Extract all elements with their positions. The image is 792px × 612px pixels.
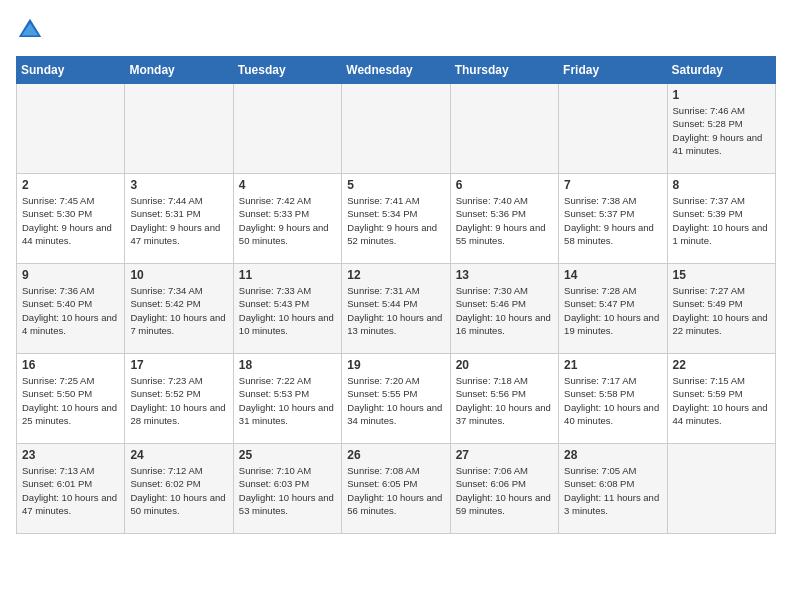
calendar-cell: 10Sunrise: 7:34 AM Sunset: 5:42 PM Dayli… bbox=[125, 264, 233, 354]
day-number: 2 bbox=[22, 178, 119, 192]
calendar-cell: 18Sunrise: 7:22 AM Sunset: 5:53 PM Dayli… bbox=[233, 354, 341, 444]
calendar-cell: 15Sunrise: 7:27 AM Sunset: 5:49 PM Dayli… bbox=[667, 264, 775, 354]
day-number: 24 bbox=[130, 448, 227, 462]
day-number: 25 bbox=[239, 448, 336, 462]
calendar-cell bbox=[17, 84, 125, 174]
day-number: 17 bbox=[130, 358, 227, 372]
day-number: 8 bbox=[673, 178, 770, 192]
day-info: Sunrise: 7:37 AM Sunset: 5:39 PM Dayligh… bbox=[673, 194, 770, 247]
day-info: Sunrise: 7:33 AM Sunset: 5:43 PM Dayligh… bbox=[239, 284, 336, 337]
calendar-cell: 23Sunrise: 7:13 AM Sunset: 6:01 PM Dayli… bbox=[17, 444, 125, 534]
day-number: 12 bbox=[347, 268, 444, 282]
page-header bbox=[16, 16, 776, 44]
day-info: Sunrise: 7:31 AM Sunset: 5:44 PM Dayligh… bbox=[347, 284, 444, 337]
logo bbox=[16, 16, 48, 44]
day-number: 11 bbox=[239, 268, 336, 282]
logo-icon bbox=[16, 16, 44, 44]
calendar-cell bbox=[233, 84, 341, 174]
day-number: 18 bbox=[239, 358, 336, 372]
calendar-cell: 20Sunrise: 7:18 AM Sunset: 5:56 PM Dayli… bbox=[450, 354, 558, 444]
day-number: 27 bbox=[456, 448, 553, 462]
calendar-cell: 19Sunrise: 7:20 AM Sunset: 5:55 PM Dayli… bbox=[342, 354, 450, 444]
day-info: Sunrise: 7:13 AM Sunset: 6:01 PM Dayligh… bbox=[22, 464, 119, 517]
day-number: 19 bbox=[347, 358, 444, 372]
calendar-cell: 5Sunrise: 7:41 AM Sunset: 5:34 PM Daylig… bbox=[342, 174, 450, 264]
day-info: Sunrise: 7:05 AM Sunset: 6:08 PM Dayligh… bbox=[564, 464, 661, 517]
day-info: Sunrise: 7:23 AM Sunset: 5:52 PM Dayligh… bbox=[130, 374, 227, 427]
calendar-cell: 14Sunrise: 7:28 AM Sunset: 5:47 PM Dayli… bbox=[559, 264, 667, 354]
calendar-cell: 1Sunrise: 7:46 AM Sunset: 5:28 PM Daylig… bbox=[667, 84, 775, 174]
calendar-cell: 12Sunrise: 7:31 AM Sunset: 5:44 PM Dayli… bbox=[342, 264, 450, 354]
day-number: 20 bbox=[456, 358, 553, 372]
calendar-cell: 3Sunrise: 7:44 AM Sunset: 5:31 PM Daylig… bbox=[125, 174, 233, 264]
day-info: Sunrise: 7:10 AM Sunset: 6:03 PM Dayligh… bbox=[239, 464, 336, 517]
week-row-1: 2Sunrise: 7:45 AM Sunset: 5:30 PM Daylig… bbox=[17, 174, 776, 264]
weekday-header-sunday: Sunday bbox=[17, 57, 125, 84]
day-number: 13 bbox=[456, 268, 553, 282]
week-row-4: 23Sunrise: 7:13 AM Sunset: 6:01 PM Dayli… bbox=[17, 444, 776, 534]
weekday-header-row: SundayMondayTuesdayWednesdayThursdayFrid… bbox=[17, 57, 776, 84]
calendar-cell: 11Sunrise: 7:33 AM Sunset: 5:43 PM Dayli… bbox=[233, 264, 341, 354]
day-number: 22 bbox=[673, 358, 770, 372]
week-row-0: 1Sunrise: 7:46 AM Sunset: 5:28 PM Daylig… bbox=[17, 84, 776, 174]
day-number: 1 bbox=[673, 88, 770, 102]
day-info: Sunrise: 7:34 AM Sunset: 5:42 PM Dayligh… bbox=[130, 284, 227, 337]
day-info: Sunrise: 7:17 AM Sunset: 5:58 PM Dayligh… bbox=[564, 374, 661, 427]
calendar-cell bbox=[342, 84, 450, 174]
calendar-cell bbox=[559, 84, 667, 174]
day-number: 7 bbox=[564, 178, 661, 192]
day-number: 4 bbox=[239, 178, 336, 192]
day-info: Sunrise: 7:46 AM Sunset: 5:28 PM Dayligh… bbox=[673, 104, 770, 157]
calendar-cell: 6Sunrise: 7:40 AM Sunset: 5:36 PM Daylig… bbox=[450, 174, 558, 264]
calendar-cell: 9Sunrise: 7:36 AM Sunset: 5:40 PM Daylig… bbox=[17, 264, 125, 354]
day-number: 10 bbox=[130, 268, 227, 282]
weekday-header-saturday: Saturday bbox=[667, 57, 775, 84]
calendar-cell: 13Sunrise: 7:30 AM Sunset: 5:46 PM Dayli… bbox=[450, 264, 558, 354]
calendar-cell: 26Sunrise: 7:08 AM Sunset: 6:05 PM Dayli… bbox=[342, 444, 450, 534]
day-info: Sunrise: 7:12 AM Sunset: 6:02 PM Dayligh… bbox=[130, 464, 227, 517]
calendar-cell: 27Sunrise: 7:06 AM Sunset: 6:06 PM Dayli… bbox=[450, 444, 558, 534]
day-info: Sunrise: 7:18 AM Sunset: 5:56 PM Dayligh… bbox=[456, 374, 553, 427]
day-info: Sunrise: 7:28 AM Sunset: 5:47 PM Dayligh… bbox=[564, 284, 661, 337]
day-number: 9 bbox=[22, 268, 119, 282]
weekday-header-wednesday: Wednesday bbox=[342, 57, 450, 84]
calendar-cell bbox=[450, 84, 558, 174]
day-number: 21 bbox=[564, 358, 661, 372]
calendar-cell: 22Sunrise: 7:15 AM Sunset: 5:59 PM Dayli… bbox=[667, 354, 775, 444]
calendar-cell: 17Sunrise: 7:23 AM Sunset: 5:52 PM Dayli… bbox=[125, 354, 233, 444]
calendar-cell: 4Sunrise: 7:42 AM Sunset: 5:33 PM Daylig… bbox=[233, 174, 341, 264]
week-row-2: 9Sunrise: 7:36 AM Sunset: 5:40 PM Daylig… bbox=[17, 264, 776, 354]
calendar-cell: 25Sunrise: 7:10 AM Sunset: 6:03 PM Dayli… bbox=[233, 444, 341, 534]
day-number: 16 bbox=[22, 358, 119, 372]
day-info: Sunrise: 7:27 AM Sunset: 5:49 PM Dayligh… bbox=[673, 284, 770, 337]
day-info: Sunrise: 7:06 AM Sunset: 6:06 PM Dayligh… bbox=[456, 464, 553, 517]
day-info: Sunrise: 7:36 AM Sunset: 5:40 PM Dayligh… bbox=[22, 284, 119, 337]
day-number: 23 bbox=[22, 448, 119, 462]
week-row-3: 16Sunrise: 7:25 AM Sunset: 5:50 PM Dayli… bbox=[17, 354, 776, 444]
day-info: Sunrise: 7:30 AM Sunset: 5:46 PM Dayligh… bbox=[456, 284, 553, 337]
calendar-table: SundayMondayTuesdayWednesdayThursdayFrid… bbox=[16, 56, 776, 534]
day-number: 3 bbox=[130, 178, 227, 192]
calendar-cell bbox=[667, 444, 775, 534]
calendar-cell: 21Sunrise: 7:17 AM Sunset: 5:58 PM Dayli… bbox=[559, 354, 667, 444]
calendar-cell: 24Sunrise: 7:12 AM Sunset: 6:02 PM Dayli… bbox=[125, 444, 233, 534]
day-number: 28 bbox=[564, 448, 661, 462]
weekday-header-tuesday: Tuesday bbox=[233, 57, 341, 84]
day-number: 14 bbox=[564, 268, 661, 282]
day-number: 6 bbox=[456, 178, 553, 192]
weekday-header-thursday: Thursday bbox=[450, 57, 558, 84]
day-info: Sunrise: 7:20 AM Sunset: 5:55 PM Dayligh… bbox=[347, 374, 444, 427]
day-info: Sunrise: 7:40 AM Sunset: 5:36 PM Dayligh… bbox=[456, 194, 553, 247]
calendar-cell: 8Sunrise: 7:37 AM Sunset: 5:39 PM Daylig… bbox=[667, 174, 775, 264]
calendar-cell bbox=[125, 84, 233, 174]
day-info: Sunrise: 7:38 AM Sunset: 5:37 PM Dayligh… bbox=[564, 194, 661, 247]
calendar-cell: 28Sunrise: 7:05 AM Sunset: 6:08 PM Dayli… bbox=[559, 444, 667, 534]
weekday-header-monday: Monday bbox=[125, 57, 233, 84]
weekday-header-friday: Friday bbox=[559, 57, 667, 84]
day-info: Sunrise: 7:41 AM Sunset: 5:34 PM Dayligh… bbox=[347, 194, 444, 247]
calendar-cell: 16Sunrise: 7:25 AM Sunset: 5:50 PM Dayli… bbox=[17, 354, 125, 444]
day-info: Sunrise: 7:45 AM Sunset: 5:30 PM Dayligh… bbox=[22, 194, 119, 247]
calendar-cell: 2Sunrise: 7:45 AM Sunset: 5:30 PM Daylig… bbox=[17, 174, 125, 264]
day-number: 26 bbox=[347, 448, 444, 462]
day-info: Sunrise: 7:08 AM Sunset: 6:05 PM Dayligh… bbox=[347, 464, 444, 517]
